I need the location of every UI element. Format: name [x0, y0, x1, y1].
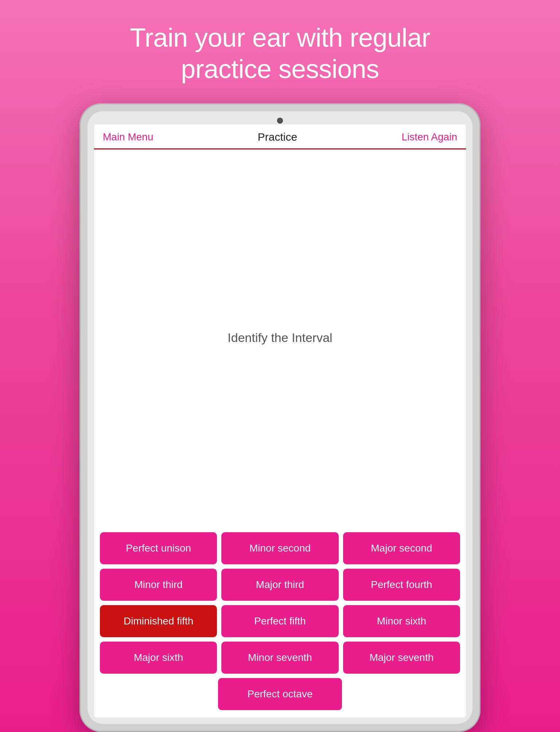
btn-major-second[interactable]: Major second [343, 532, 460, 564]
camera-icon [277, 118, 283, 124]
interval-buttons-area: Perfect unison Minor second Major second… [94, 526, 466, 717]
button-row-3: Diminished fifth Perfect fifth Minor six… [100, 605, 460, 637]
button-row-4: Major sixth Minor seventh Major seventh [100, 642, 460, 674]
btn-perfect-fifth[interactable]: Perfect fifth [221, 605, 338, 637]
btn-minor-second[interactable]: Minor second [221, 532, 338, 564]
btn-perfect-octave[interactable]: Perfect octave [218, 678, 342, 710]
btn-diminished-fifth[interactable]: Diminished fifth [100, 605, 217, 637]
btn-major-sixth[interactable]: Major sixth [100, 642, 217, 674]
listen-again-button[interactable]: Listen Again [401, 131, 457, 143]
content-area: Identify the Interval [94, 149, 466, 526]
page-title: Train your ear with regular practice ses… [86, 0, 474, 103]
main-menu-button[interactable]: Main Menu [103, 131, 153, 143]
btn-perfect-unison[interactable]: Perfect unison [100, 532, 217, 564]
btn-minor-third[interactable]: Minor third [100, 569, 217, 601]
button-row-5: Perfect octave [100, 678, 460, 710]
tablet-inner: Main Menu Practice Listen Again Identify… [88, 111, 472, 724]
navigation-bar: Main Menu Practice Listen Again [94, 124, 466, 149]
btn-major-third[interactable]: Major third [221, 569, 338, 601]
btn-perfect-fourth[interactable]: Perfect fourth [343, 569, 460, 601]
button-row-2: Minor third Major third Perfect fourth [100, 569, 460, 601]
btn-minor-sixth[interactable]: Minor sixth [343, 605, 460, 637]
button-row-1: Perfect unison Minor second Major second [100, 532, 460, 564]
tablet-device: Main Menu Practice Listen Again Identify… [79, 103, 481, 732]
btn-major-seventh[interactable]: Major seventh [343, 642, 460, 674]
tablet-screen: Main Menu Practice Listen Again Identify… [94, 124, 466, 717]
btn-minor-seventh[interactable]: Minor seventh [221, 642, 338, 674]
prompt-text: Identify the Interval [228, 331, 332, 345]
screen-title: Practice [258, 131, 297, 143]
